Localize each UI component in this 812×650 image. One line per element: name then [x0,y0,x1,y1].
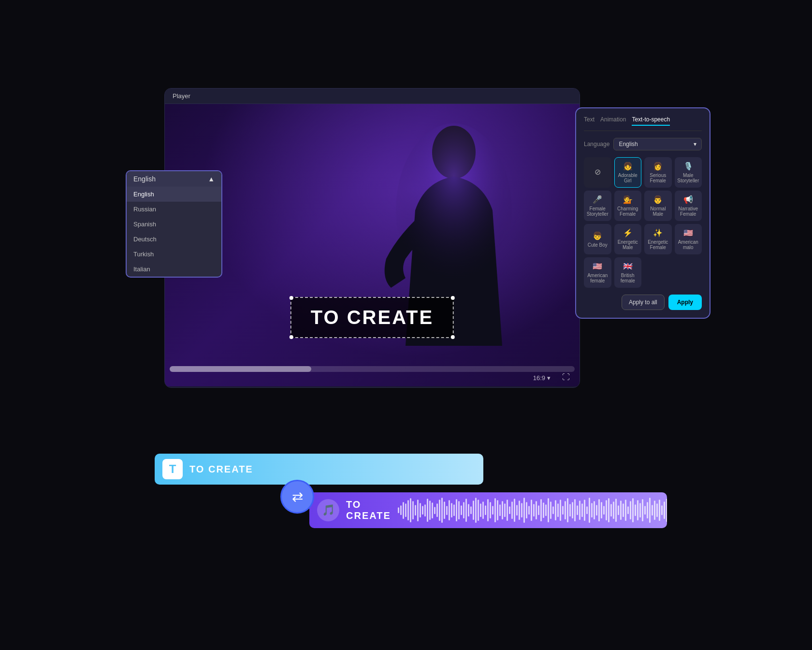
wave-bar [427,499,428,522]
voice-female-storyteller[interactable]: 🎤 Female Storyteller [584,191,611,221]
wave-bar [439,500,440,521]
apply-button[interactable]: Apply [668,295,702,310]
wave-bar [514,499,515,522]
tab-text[interactable]: Text [584,116,594,126]
tts-action-row: Apply to all Apply [584,295,702,310]
timeline-progress [170,366,311,372]
tts-language-label: Language [584,141,609,148]
lang-option-turkish[interactable]: Turkish [127,247,221,262]
voice-serious-female[interactable]: 👩 Serious Female [644,157,672,188]
wave-bar [410,498,411,522]
wave-bar [654,501,655,520]
wave-bar [579,501,580,520]
wave-bar [550,502,551,519]
wave-bar [475,498,477,523]
text-track[interactable]: T TO CREATE [155,454,483,485]
lang-option-italian[interactable]: Italian [127,262,221,277]
tts-lang-value: English [619,141,638,148]
wave-bar [603,506,605,515]
wave-bar [511,502,513,519]
voice-american-female[interactable]: 🇺🇸 American female [584,257,611,288]
wave-bar [485,505,486,515]
wave-bar [398,507,399,513]
wave-bar [458,501,460,519]
wave-bar [610,504,612,517]
lang-option-english[interactable]: English [127,187,221,202]
wave-bar [465,499,467,522]
voice-energetic-female[interactable]: ✨ Energetic Female [644,224,672,254]
wave-bar [586,506,588,514]
wave-bar [470,506,472,514]
lang-dropdown-header[interactable]: English ▲ [127,171,221,187]
wave-bar [533,504,535,517]
voice-cute-boy[interactable]: 👦 Cute Boy [584,224,611,254]
voice-normal-male[interactable]: 👨 Normal Male [644,191,672,221]
wave-bar [606,500,607,520]
wave-bar [572,502,573,518]
tts-language-select[interactable]: English ▾ [613,138,702,150]
voice-american-malo[interactable]: 🇺🇸 American malo [675,224,702,254]
lang-option-deutsch[interactable]: Deutsch [127,232,221,247]
wave-bar [594,501,595,519]
wave-bar [642,499,643,521]
wave-bar [497,500,498,520]
voice-male-storyteller[interactable]: 🎙️ Male Storyteller [675,157,702,188]
video-area: TO CREATE 16:9 ▾ ⛶ [165,104,580,386]
male-storyteller-icon: 🎙️ [683,162,693,171]
wave-bar [565,501,566,519]
wave-bar [596,505,597,516]
wave-bar [591,503,593,517]
wave-bar [567,498,568,522]
video-text-content: TO CREATE [311,307,434,328]
wave-bar [407,500,409,520]
wave-bar [598,499,600,521]
wave-bar [666,499,667,522]
voice-charming-female[interactable]: 💁 Charming Female [614,191,642,221]
tts-language-row: Language English ▾ [584,138,702,150]
voice-british-female[interactable]: 🇬🇧 British female [614,257,642,288]
adorable-girl-icon: 👧 [623,162,633,171]
wave-bar [526,502,527,518]
lang-option-russian[interactable]: Russian [127,202,221,217]
mute-icon: ⊘ [594,167,601,177]
lang-option-spanish[interactable]: Spanish [127,217,221,232]
wave-bar [543,502,544,518]
wave-bar [482,502,484,519]
cute-boy-icon: 👦 [593,231,602,240]
voice-energetic-male[interactable]: ⚡ Energetic Male [614,224,642,254]
wave-bar [451,503,452,517]
wave-bar [420,503,421,517]
tab-animation[interactable]: Animation [600,116,626,126]
language-dropdown[interactable]: English ▲ English Russian Spanish Deutsc… [126,170,222,278]
player-title: Player [173,92,190,100]
wave-bar [644,506,646,515]
wave-bar [545,504,547,516]
audio-track-label: TO CREATE [346,499,391,521]
video-ratio[interactable]: 16:9 ▾ [533,374,551,382]
wave-bar [548,498,549,522]
voice-narrative-female[interactable]: 📢 Narrative Female [675,191,702,221]
swap-icon[interactable]: ⇄ [280,480,314,514]
voice-adorable-girl[interactable]: 👧 Adorable Girl [614,157,642,188]
fullscreen-icon[interactable]: ⛶ [562,373,570,382]
timeline-bar[interactable] [170,366,575,372]
wave-bar [620,501,622,520]
wave-bar [441,498,443,523]
audio-track-icon: 🎵 [317,499,339,521]
wave-bar [403,502,404,519]
audio-track[interactable]: 🎵 TO CREATE [309,492,667,528]
tab-tts[interactable]: Text-to-speech [632,116,670,126]
video-text-overlay[interactable]: TO CREATE [290,297,454,338]
wave-bar [637,500,638,520]
svg-point-1 [396,123,512,297]
wave-bar [502,501,503,519]
voice-muted[interactable]: ⊘ [584,157,611,188]
wave-bar [569,504,571,517]
wave-bar [577,505,578,515]
american-female-icon: 🇺🇸 [593,262,602,271]
player-window: Player [164,88,580,388]
wave-bar [560,500,561,521]
chevron-up-icon: ▲ [208,175,215,183]
wave-bar [436,503,438,517]
apply-to-all-button[interactable]: Apply to all [622,295,665,310]
